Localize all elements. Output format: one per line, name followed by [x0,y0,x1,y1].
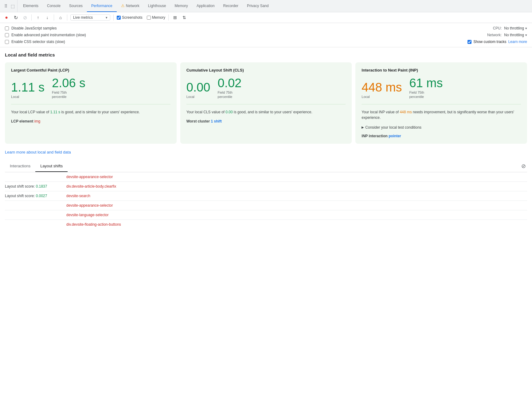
inp-highlight: 448 ms [400,110,412,114]
shift-element-0[interactable]: devsite-appearance-selector [66,175,113,179]
panel-tabs-row: Interactions Layout shifts ⊘ [5,161,527,172]
tab-elements[interactable]: Elements [19,0,43,12]
network-throttle-row: Network: No throttling ▾ [485,33,527,37]
inp-interaction-link[interactable]: pointer [389,134,401,138]
settings-left: Disable JavaScript samples Enable advanc… [5,26,410,44]
record-button[interactable]: ● [3,14,10,21]
shift-score-value-2: 0.0027 [36,194,47,198]
enable-css-row[interactable]: Enable CSS selector stats (slow) [5,40,410,44]
inp-field-label: Field 75thpercentile [409,90,443,99]
lcp-card: Largest Contentful Paint (LCP) 1.11 s Lo… [5,62,177,144]
shift-row-4: devsite-language-selector [5,210,527,220]
learn-more-field-link[interactable]: Learn more about local and field data [5,150,71,154]
tab-application[interactable]: Application [192,0,219,12]
screenshots-checkbox-group[interactable]: Screenshots [117,15,143,20]
lcp-element-link[interactable]: img [34,119,40,123]
tab-network[interactable]: ⚠ Network [117,0,144,12]
main-content: Local and field metrics Largest Contentf… [0,47,532,409]
more-options-button[interactable]: ⊞ [172,14,178,21]
memory-label: Memory [152,15,165,20]
metric-cards: Largest Contentful Paint (LCP) 1.11 s Lo… [5,62,527,144]
inp-desc: Your local INP value of 448 ms needs imp… [362,109,521,120]
memory-checkbox[interactable] [147,16,151,20]
shift-row-3: devsite-appearance-selector [5,201,527,210]
separator-4 [113,14,114,21]
inp-local-group: 448 ms Local [362,80,402,99]
shift-row-0: devsite-appearance-selector [5,172,527,182]
shift-row-1: Layout shift score: 0.1837 div.devsite-a… [5,182,527,191]
cls-shift-link[interactable]: 1 shift [211,119,221,123]
tab-console[interactable]: Console [43,0,65,12]
screenshots-checkbox[interactable] [117,16,121,20]
inp-divider [362,104,521,104]
disable-js-samples-row[interactable]: Disable JavaScript samples [5,26,410,30]
shift-element-4[interactable]: devsite-language-selector [66,213,108,217]
enable-paint-row[interactable]: Enable advanced paint instrumentation (s… [5,33,410,37]
layout-shifts-table: devsite-appearance-selector Layout shift… [5,172,527,229]
network-throttle-select[interactable]: No throttling ▾ [504,33,527,37]
reload-button[interactable]: ↻ [12,14,19,21]
tab-performance[interactable]: Performance [87,0,117,12]
cls-highlight: 0.00 [225,110,233,114]
chevron-down-icon: ▾ [106,16,108,20]
enable-paint-checkbox[interactable] [5,33,9,37]
settings-button[interactable]: ⇅ [181,14,188,21]
lcp-field-group: 2.06 s Field 75thpercentile [52,76,85,99]
inp-expand-row[interactable]: ▶ Consider your local test conditions [362,125,521,130]
cls-element-row: Worst cluster 1 shift [186,119,346,123]
disable-js-samples-label: Disable JavaScript samples [11,26,57,30]
tab-recorder[interactable]: Recorder [219,0,243,12]
shift-score-2: Layout shift score: 0.0027 [5,194,66,198]
inp-local-label: Local [362,95,402,99]
lcp-local-label: Local [11,95,45,99]
tab-sources[interactable]: Sources [65,0,87,12]
inp-field-group: 61 ms Field 75thpercentile [409,76,443,99]
cls-desc: Your local CLS value of 0.00 is good, an… [186,109,346,115]
cls-local-label: Local [186,95,210,99]
tab-privacy[interactable]: Privacy Sand [243,0,273,12]
shift-score-1: Layout shift score: 0.1837 [5,184,66,189]
enable-paint-label: Enable advanced paint instrumentation (s… [11,33,86,37]
cpu-label: CPU: [485,26,502,30]
memory-checkbox-group[interactable]: Memory [147,15,165,20]
download-button[interactable]: ↓ [44,14,51,21]
live-metrics-select[interactable]: Live metrics ▾ [70,14,110,21]
lcp-values: 1.11 s Local 2.06 s Field 75thpercentile [11,76,170,99]
section-title: Local and field metrics [5,52,527,57]
inp-expand-label: Consider your local test conditions [365,125,421,130]
cls-title: Cumulative Layout Shift (CLS) [186,68,346,72]
shift-element-1[interactable]: div.devsite-article-body.clearfix [66,184,116,189]
custom-tracks-label: Show custom tracks [473,40,506,44]
cpu-chevron-icon: ▾ [525,26,527,30]
lcp-divider [11,104,170,104]
tab-interactions[interactable]: Interactions [5,161,35,172]
network-chevron-icon: ▾ [525,33,527,37]
cpu-throttle-value: No throttling [504,26,524,30]
cls-field-label: Field 75thpercentile [218,90,242,99]
devtools-icon-2[interactable]: ⬚ [10,3,15,9]
clear-button[interactable]: ⊘ [22,14,28,21]
shift-element-3[interactable]: devsite-appearance-selector [66,203,113,208]
upload-button[interactable]: ↑ [35,14,41,21]
tab-memory[interactable]: Memory [170,0,192,12]
enable-css-checkbox[interactable] [5,40,9,44]
lcp-title: Largest Contentful Paint (LCP) [11,68,170,72]
separator-1 [31,14,32,21]
shift-element-5[interactable]: div.devsite-floating-action-buttons [66,222,121,227]
cpu-throttle-row: CPU: No throttling ▾ [485,26,527,30]
lcp-local-value: 1.11 s [11,80,45,94]
tab-lighthouse[interactable]: Lighthouse [144,0,170,12]
inp-local-value: 448 ms [362,80,402,94]
shift-element-2[interactable]: devsite-search [66,194,90,198]
learn-more-link[interactable]: Learn more [508,40,527,44]
tab-bar: ⠿ ⬚ Elements Console Sources Performance… [0,0,532,12]
devtools-icon-1[interactable]: ⠿ [3,3,9,9]
cpu-throttle-select[interactable]: No throttling ▾ [504,26,527,30]
custom-tracks-checkbox[interactable] [467,40,471,44]
tab-layout-shifts[interactable]: Layout shifts [35,161,68,172]
disable-js-samples-checkbox[interactable] [5,26,9,30]
lcp-element-row: LCP element img [11,119,170,123]
clear-tab-button[interactable]: ⊘ [520,162,527,170]
home-button[interactable]: ⌂ [57,14,64,21]
lcp-field-value: 2.06 s [52,76,85,90]
